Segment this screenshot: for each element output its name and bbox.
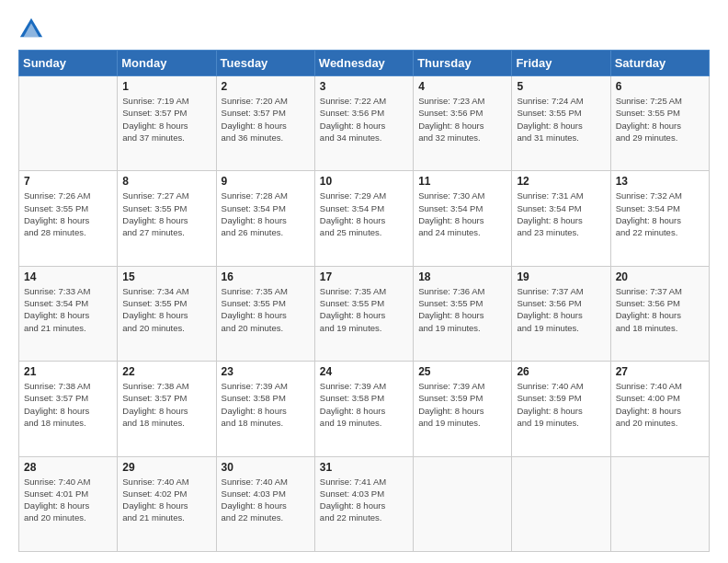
day-info: Sunrise: 7:27 AM Sunset: 3:55 PM Dayligh…: [122, 190, 210, 238]
day-info: Sunrise: 7:41 AM Sunset: 4:03 PM Dayligh…: [320, 476, 408, 524]
day-number: 6: [616, 80, 704, 93]
day-number: 13: [616, 175, 704, 188]
calendar-week-1: 1Sunrise: 7:19 AM Sunset: 3:57 PM Daylig…: [19, 76, 710, 171]
day-number: 24: [320, 365, 408, 378]
weekday-header-monday: Monday: [118, 51, 216, 76]
day-number: 5: [517, 80, 605, 93]
table-row: 5Sunrise: 7:24 AM Sunset: 3:55 PM Daylig…: [512, 76, 610, 171]
table-row: 15Sunrise: 7:34 AM Sunset: 3:55 PM Dayli…: [118, 266, 216, 361]
table-row: 8Sunrise: 7:27 AM Sunset: 3:55 PM Daylig…: [118, 171, 216, 266]
day-number: 25: [418, 365, 506, 378]
calendar-header: SundayMondayTuesdayWednesdayThursdayFrid…: [19, 51, 710, 76]
table-row: 30Sunrise: 7:40 AM Sunset: 4:03 PM Dayli…: [216, 456, 314, 551]
logo: [18, 15, 48, 40]
day-number: 9: [222, 175, 310, 188]
table-row: 17Sunrise: 7:35 AM Sunset: 3:55 PM Dayli…: [314, 266, 413, 361]
calendar-week-5: 28Sunrise: 7:40 AM Sunset: 4:01 PM Dayli…: [19, 456, 710, 551]
day-number: 8: [122, 175, 210, 188]
table-row: 29Sunrise: 7:40 AM Sunset: 4:02 PM Dayli…: [118, 456, 216, 551]
weekday-header-thursday: Thursday: [414, 51, 512, 76]
header: [18, 15, 710, 40]
day-info: Sunrise: 7:31 AM Sunset: 3:54 PM Dayligh…: [517, 190, 605, 238]
day-info: Sunrise: 7:26 AM Sunset: 3:55 PM Dayligh…: [24, 190, 112, 238]
day-number: 1: [122, 80, 210, 93]
calendar-week-4: 21Sunrise: 7:38 AM Sunset: 3:57 PM Dayli…: [19, 362, 710, 456]
weekday-header-row: SundayMondayTuesdayWednesdayThursdayFrid…: [19, 51, 710, 76]
table-row: 14Sunrise: 7:33 AM Sunset: 3:54 PM Dayli…: [19, 266, 118, 361]
day-info: Sunrise: 7:25 AM Sunset: 3:55 PM Dayligh…: [616, 95, 704, 144]
day-info: Sunrise: 7:40 AM Sunset: 4:00 PM Dayligh…: [616, 380, 704, 429]
table-row: 6Sunrise: 7:25 AM Sunset: 3:55 PM Daylig…: [610, 76, 709, 171]
table-row: 18Sunrise: 7:36 AM Sunset: 3:55 PM Dayli…: [414, 266, 512, 361]
table-row: 23Sunrise: 7:39 AM Sunset: 3:58 PM Dayli…: [216, 362, 314, 456]
table-row: 7Sunrise: 7:26 AM Sunset: 3:55 PM Daylig…: [19, 171, 118, 266]
day-number: 31: [320, 461, 408, 474]
day-info: Sunrise: 7:38 AM Sunset: 3:57 PM Dayligh…: [24, 380, 112, 429]
day-info: Sunrise: 7:38 AM Sunset: 3:57 PM Dayligh…: [122, 380, 210, 429]
day-info: Sunrise: 7:20 AM Sunset: 3:57 PM Dayligh…: [222, 95, 310, 144]
day-number: 29: [122, 461, 210, 474]
weekday-header-saturday: Saturday: [610, 51, 709, 76]
day-info: Sunrise: 7:37 AM Sunset: 3:56 PM Dayligh…: [517, 285, 605, 334]
calendar-week-3: 14Sunrise: 7:33 AM Sunset: 3:54 PM Dayli…: [19, 266, 710, 361]
day-number: 20: [616, 270, 704, 283]
table-row: 31Sunrise: 7:41 AM Sunset: 4:03 PM Dayli…: [314, 456, 413, 551]
day-info: Sunrise: 7:40 AM Sunset: 4:01 PM Dayligh…: [24, 476, 112, 524]
day-number: 12: [517, 175, 605, 188]
day-info: Sunrise: 7:19 AM Sunset: 3:57 PM Dayligh…: [122, 95, 210, 144]
table-row: 22Sunrise: 7:38 AM Sunset: 3:57 PM Dayli…: [118, 362, 216, 456]
table-row: 19Sunrise: 7:37 AM Sunset: 3:56 PM Dayli…: [512, 266, 610, 361]
day-info: Sunrise: 7:40 AM Sunset: 4:02 PM Dayligh…: [122, 476, 210, 524]
day-info: Sunrise: 7:32 AM Sunset: 3:54 PM Dayligh…: [616, 190, 704, 238]
day-number: 27: [616, 365, 704, 378]
day-number: 3: [320, 80, 408, 93]
weekday-header-sunday: Sunday: [19, 51, 118, 76]
table-row: 3Sunrise: 7:22 AM Sunset: 3:56 PM Daylig…: [314, 76, 413, 171]
table-row: 25Sunrise: 7:39 AM Sunset: 3:59 PM Dayli…: [414, 362, 512, 456]
table-row: 13Sunrise: 7:32 AM Sunset: 3:54 PM Dayli…: [610, 171, 709, 266]
table-row: 28Sunrise: 7:40 AM Sunset: 4:01 PM Dayli…: [19, 456, 118, 551]
day-info: Sunrise: 7:30 AM Sunset: 3:54 PM Dayligh…: [418, 190, 506, 238]
day-number: 16: [222, 270, 310, 283]
day-info: Sunrise: 7:40 AM Sunset: 4:03 PM Dayligh…: [222, 476, 310, 524]
day-number: 7: [24, 175, 112, 188]
day-number: 26: [517, 365, 605, 378]
day-number: 11: [418, 175, 506, 188]
table-row: 16Sunrise: 7:35 AM Sunset: 3:55 PM Dayli…: [216, 266, 314, 361]
day-number: 22: [122, 365, 210, 378]
day-info: Sunrise: 7:40 AM Sunset: 3:59 PM Dayligh…: [517, 380, 605, 429]
calendar-week-2: 7Sunrise: 7:26 AM Sunset: 3:55 PM Daylig…: [19, 171, 710, 266]
calendar-body: 1Sunrise: 7:19 AM Sunset: 3:57 PM Daylig…: [19, 76, 710, 552]
table-row: 20Sunrise: 7:37 AM Sunset: 3:56 PM Dayli…: [610, 266, 709, 361]
table-row: 10Sunrise: 7:29 AM Sunset: 3:54 PM Dayli…: [314, 171, 413, 266]
day-number: 18: [418, 270, 506, 283]
day-info: Sunrise: 7:39 AM Sunset: 3:59 PM Dayligh…: [418, 380, 506, 429]
day-number: 4: [418, 80, 506, 93]
weekday-header-tuesday: Tuesday: [216, 51, 314, 76]
table-row: 26Sunrise: 7:40 AM Sunset: 3:59 PM Dayli…: [512, 362, 610, 456]
day-number: 30: [222, 461, 310, 474]
day-number: 14: [24, 270, 112, 283]
table-row: 12Sunrise: 7:31 AM Sunset: 3:54 PM Dayli…: [512, 171, 610, 266]
day-info: Sunrise: 7:29 AM Sunset: 3:54 PM Dayligh…: [320, 190, 408, 238]
day-info: Sunrise: 7:39 AM Sunset: 3:58 PM Dayligh…: [222, 380, 310, 429]
day-number: 10: [320, 175, 408, 188]
table-row: [414, 456, 512, 551]
table-row: 4Sunrise: 7:23 AM Sunset: 3:56 PM Daylig…: [414, 76, 512, 171]
weekday-header-wednesday: Wednesday: [314, 51, 413, 76]
day-info: Sunrise: 7:35 AM Sunset: 3:55 PM Dayligh…: [222, 285, 310, 334]
table-row: 11Sunrise: 7:30 AM Sunset: 3:54 PM Dayli…: [414, 171, 512, 266]
table-row: 1Sunrise: 7:19 AM Sunset: 3:57 PM Daylig…: [118, 76, 216, 171]
day-info: Sunrise: 7:36 AM Sunset: 3:55 PM Dayligh…: [418, 285, 506, 334]
day-info: Sunrise: 7:35 AM Sunset: 3:55 PM Dayligh…: [320, 285, 408, 334]
table-row: [512, 456, 610, 551]
day-info: Sunrise: 7:22 AM Sunset: 3:56 PM Dayligh…: [320, 95, 408, 144]
day-number: 19: [517, 270, 605, 283]
day-info: Sunrise: 7:39 AM Sunset: 3:58 PM Dayligh…: [320, 380, 408, 429]
day-number: 28: [24, 461, 112, 474]
table-row: 27Sunrise: 7:40 AM Sunset: 4:00 PM Dayli…: [610, 362, 709, 456]
table-row: 9Sunrise: 7:28 AM Sunset: 3:54 PM Daylig…: [216, 171, 314, 266]
calendar-table: SundayMondayTuesdayWednesdayThursdayFrid…: [18, 50, 710, 552]
table-row: 2Sunrise: 7:20 AM Sunset: 3:57 PM Daylig…: [216, 76, 314, 171]
day-info: Sunrise: 7:23 AM Sunset: 3:56 PM Dayligh…: [418, 95, 506, 144]
